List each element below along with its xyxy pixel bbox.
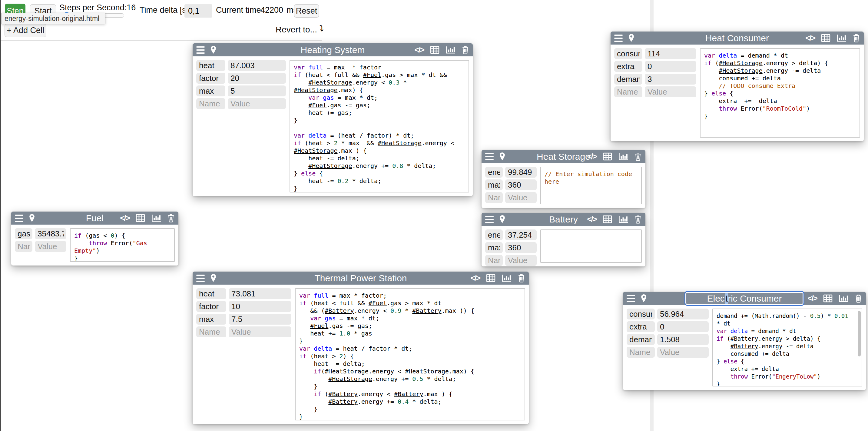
- location-pin-icon[interactable]: [499, 152, 505, 161]
- location-pin-icon[interactable]: [499, 215, 505, 224]
- menu-icon[interactable]: [196, 274, 205, 283]
- var-name-input[interactable]: [196, 60, 225, 71]
- location-pin-icon[interactable]: [628, 34, 634, 42]
- var-value-input[interactable]: [657, 334, 709, 345]
- var-value-input[interactable]: [645, 86, 696, 97]
- code-icon[interactable]: </>: [807, 294, 817, 303]
- location-pin-icon[interactable]: [641, 294, 647, 303]
- code-editor[interactable]: if (gas < 0) { throw Error("Gas Empty") …: [70, 228, 175, 262]
- var-name-input[interactable]: [15, 241, 32, 252]
- var-name-input[interactable]: [614, 61, 642, 72]
- var-value-input[interactable]: [35, 228, 66, 239]
- scrollbar-thumb[interactable]: [858, 311, 861, 356]
- trash-icon[interactable]: [462, 46, 469, 54]
- table-icon[interactable]: [823, 294, 833, 303]
- chart-icon[interactable]: [839, 294, 848, 303]
- table-icon[interactable]: [603, 215, 612, 223]
- reset-button[interactable]: Reset: [294, 4, 319, 18]
- window-titlebar[interactable]: Thermal Power Station </>: [193, 271, 529, 285]
- var-value-input[interactable]: [645, 74, 696, 85]
- trash-icon[interactable]: [634, 215, 642, 224]
- var-value-input[interactable]: [505, 192, 537, 203]
- var-name-input[interactable]: [196, 73, 225, 84]
- var-name-input[interactable]: [485, 242, 503, 253]
- var-name-input[interactable]: [196, 85, 225, 96]
- table-icon[interactable]: [486, 274, 495, 282]
- var-value-input[interactable]: [229, 288, 291, 299]
- var-value-input[interactable]: [35, 241, 66, 252]
- add-cell-button[interactable]: + Add Cell: [4, 24, 46, 37]
- chart-icon[interactable]: [618, 215, 628, 224]
- var-name-input[interactable]: [196, 98, 225, 109]
- var-value-input[interactable]: [657, 309, 709, 319]
- menu-icon[interactable]: [485, 152, 494, 161]
- var-value-input[interactable]: [229, 326, 291, 337]
- var-value-input[interactable]: [228, 98, 286, 109]
- var-name-input[interactable]: [614, 86, 642, 97]
- var-name-input[interactable]: [485, 167, 503, 178]
- code-editor[interactable]: var delta = demand * dt if (#HeatStorage…: [700, 48, 860, 138]
- window-title[interactable]: Battery: [549, 214, 578, 225]
- code-icon[interactable]: </>: [120, 213, 130, 223]
- var-value-input[interactable]: [505, 255, 537, 266]
- menu-icon[interactable]: [15, 214, 23, 223]
- var-value-input[interactable]: [228, 60, 286, 71]
- chart-icon[interactable]: [445, 46, 456, 54]
- window-titlebar[interactable]: Heat Consumer </>: [611, 31, 864, 45]
- var-value-input[interactable]: [645, 61, 696, 72]
- window-title[interactable]: Heat Storage: [537, 151, 590, 162]
- chart-icon[interactable]: [618, 152, 628, 161]
- window-titlebar[interactable]: Fuel </>: [11, 211, 178, 225]
- var-value-input[interactable]: [657, 321, 709, 332]
- menu-icon[interactable]: [196, 46, 205, 55]
- window-titlebar[interactable]: Heat Storage </>: [482, 150, 645, 163]
- trash-icon[interactable]: [852, 34, 860, 42]
- table-icon[interactable]: [821, 34, 831, 42]
- var-name-input[interactable]: [485, 192, 503, 203]
- code-editor[interactable]: [540, 229, 642, 263]
- code-editor[interactable]: // Enter simulation code here: [540, 167, 642, 204]
- table-icon[interactable]: [430, 46, 439, 54]
- window-titlebar[interactable]: Battery </>: [482, 213, 645, 226]
- menu-icon[interactable]: [614, 34, 623, 43]
- var-name-input[interactable]: [15, 228, 32, 239]
- table-icon[interactable]: [136, 214, 145, 222]
- trash-icon[interactable]: [167, 214, 175, 223]
- window-title[interactable]: Fuel: [86, 213, 103, 223]
- code-icon[interactable]: </>: [414, 45, 424, 55]
- trash-icon[interactable]: [855, 294, 862, 303]
- code-icon[interactable]: </>: [587, 214, 597, 224]
- menu-icon[interactable]: [627, 294, 635, 303]
- var-name-input[interactable]: [614, 74, 642, 85]
- var-value-input[interactable]: [229, 314, 291, 325]
- var-value-input[interactable]: [505, 179, 537, 190]
- var-value-input[interactable]: [505, 242, 537, 253]
- var-value-input[interactable]: [505, 167, 537, 178]
- chart-icon[interactable]: [151, 214, 161, 223]
- time-delta-input[interactable]: [184, 4, 212, 18]
- code-editor[interactable]: var full = max * factor if (heat < full …: [289, 60, 469, 193]
- trash-icon[interactable]: [634, 152, 642, 161]
- location-pin-icon[interactable]: [210, 46, 217, 54]
- window-title[interactable]: Heating System: [301, 45, 365, 55]
- code-icon[interactable]: </>: [470, 274, 480, 283]
- var-value-input[interactable]: [228, 73, 286, 84]
- var-value-input[interactable]: [228, 85, 286, 96]
- code-editor[interactable]: var full = max * factor; if (heat < full…: [295, 288, 525, 421]
- code-icon[interactable]: </>: [805, 33, 815, 43]
- location-pin-icon[interactable]: [29, 214, 35, 223]
- window-title[interactable]: Thermal Power Station: [314, 273, 407, 283]
- menu-icon[interactable]: [485, 215, 494, 224]
- var-name-input[interactable]: [627, 321, 655, 332]
- var-name-input[interactable]: [627, 309, 655, 319]
- window-titlebar[interactable]: Heating System </>: [193, 44, 473, 56]
- var-name-input[interactable]: [614, 48, 642, 59]
- window-title[interactable]: Heat Consumer: [705, 33, 769, 44]
- var-name-input[interactable]: [196, 326, 226, 337]
- var-name-input[interactable]: [627, 334, 655, 345]
- location-pin-icon[interactable]: [210, 274, 217, 283]
- code-editor[interactable]: demand += (Math.random() - 0.5) * 0.01 *…: [712, 309, 862, 386]
- var-name-input[interactable]: [196, 288, 226, 299]
- chart-icon[interactable]: [837, 34, 846, 42]
- revert-to-dropdown[interactable]: Revert to... ⤵: [276, 25, 323, 34]
